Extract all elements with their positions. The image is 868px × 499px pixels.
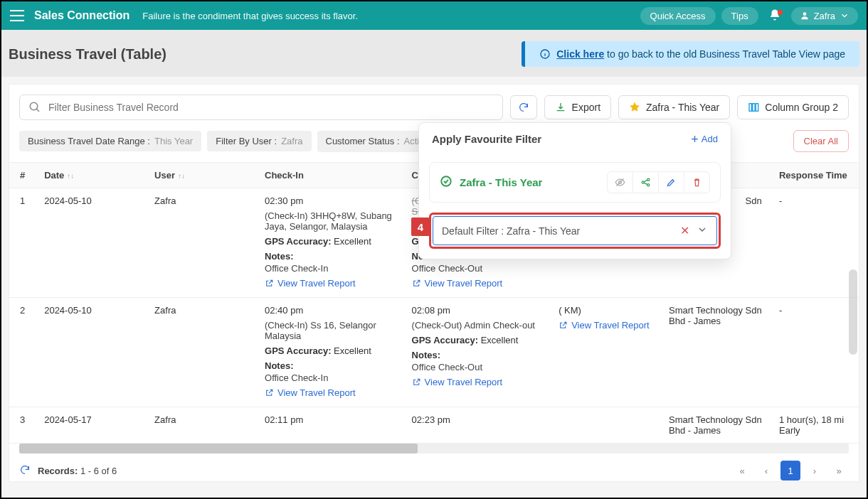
- chevron-down-icon[interactable]: [697, 224, 708, 237]
- footer-refresh-button[interactable]: [19, 464, 31, 478]
- svg-point-0: [803, 12, 806, 16]
- default-filter-select[interactable]: Default Filter : Zafra - This Year ✕: [433, 216, 717, 245]
- page-current[interactable]: 1: [780, 461, 800, 481]
- favourite-name: Zafra - This Year: [460, 176, 542, 188]
- view-travel-report-link[interactable]: View Travel Report: [412, 278, 503, 289]
- col-user[interactable]: User↑↓: [146, 163, 256, 188]
- user-name: Zafra: [814, 11, 835, 21]
- refresh-icon: [19, 464, 31, 476]
- external-link-icon: [412, 279, 421, 288]
- default-filter-label: Default Filter : Zafra - This Year: [442, 225, 580, 237]
- favourite-filter-button[interactable]: Zafra - This Year: [618, 95, 730, 119]
- col-date[interactable]: Date↑↓: [36, 163, 146, 188]
- favourite-item[interactable]: Zafra - This Year: [429, 162, 721, 203]
- notification-badge: [778, 10, 783, 15]
- notice-text: to go back to the old Business Travel Ta…: [604, 48, 845, 60]
- chip-filter-user[interactable]: Filter By User : Zafra: [207, 131, 311, 151]
- page-title: Business Travel (Table): [9, 46, 166, 63]
- tips-button[interactable]: Tips: [721, 7, 758, 25]
- search-icon: [28, 101, 41, 114]
- records-range: 1 - 6 of 6: [80, 466, 117, 476]
- table-footer: Records: 1 - 6 of 6 « ‹ 1 › »: [9, 454, 859, 488]
- col-checkin[interactable]: Check-In: [256, 163, 403, 188]
- user-menu[interactable]: Zafra: [791, 7, 858, 25]
- visibility-off-icon[interactable]: [608, 172, 633, 193]
- col-index[interactable]: #: [9, 163, 36, 188]
- page-next[interactable]: ›: [805, 461, 825, 481]
- col-response[interactable]: Response Time: [771, 163, 859, 188]
- svg-line-16: [644, 183, 647, 185]
- page-last[interactable]: »: [829, 461, 849, 481]
- edit-icon[interactable]: [658, 172, 684, 193]
- sort-icon: ↑↓: [67, 172, 74, 180]
- svg-rect-7: [753, 104, 755, 112]
- external-link-icon: [265, 388, 274, 397]
- search-box[interactable]: [19, 95, 503, 120]
- clear-all-button[interactable]: Clear All: [793, 130, 849, 152]
- chip-date-range[interactable]: Business Travel Date Range : This Year: [19, 131, 201, 151]
- notifications-icon[interactable]: [764, 9, 785, 23]
- favourite-filter-popup: Apply Favourite Filter + Add Zafra - Thi…: [418, 122, 731, 259]
- info-icon: [539, 48, 551, 60]
- external-link-icon: [559, 321, 568, 330]
- hamburger-icon[interactable]: [10, 10, 24, 21]
- records-label: Records:: [38, 466, 78, 476]
- view-travel-report-link[interactable]: View Travel Report: [412, 377, 503, 387]
- callout-badge: 4: [411, 218, 430, 236]
- add-favourite-button[interactable]: + Add: [691, 134, 718, 144]
- topbar: Sales Connection Failure is the condimen…: [1, 1, 867, 30]
- chevron-down-icon: [840, 11, 850, 21]
- view-travel-report-link[interactable]: View Travel Report: [559, 320, 650, 331]
- check-circle-icon: [440, 175, 452, 190]
- plus-icon: +: [691, 134, 699, 144]
- table-row: 2 2024-05-10 Zafra 02:40 pm (Check-In) S…: [9, 298, 859, 407]
- notice-banner: Click here to go back to the old Busines…: [522, 41, 859, 67]
- refresh-button[interactable]: [510, 95, 537, 119]
- tagline: Failure is the condiment that gives succ…: [142, 11, 358, 21]
- svg-line-5: [36, 109, 39, 112]
- external-link-icon: [265, 279, 274, 288]
- export-label: Export: [572, 102, 600, 113]
- export-button[interactable]: Export: [544, 95, 611, 119]
- svg-rect-6: [749, 104, 751, 112]
- svg-line-15: [644, 180, 647, 182]
- sort-icon: ↑↓: [178, 172, 185, 180]
- scrollbar-thumb[interactable]: [19, 444, 418, 454]
- external-link-icon: [412, 377, 421, 387]
- delete-icon[interactable]: [684, 172, 709, 193]
- vertical-scrollbar[interactable]: [849, 269, 857, 355]
- favourite-actions: [607, 171, 710, 193]
- search-input[interactable]: [48, 102, 494, 113]
- notice-link[interactable]: Click here: [556, 48, 604, 60]
- page-first[interactable]: «: [732, 461, 752, 481]
- columns-icon: [748, 102, 759, 113]
- refresh-icon: [518, 102, 529, 113]
- favourite-label: Zafra - This Year: [646, 102, 719, 113]
- svg-point-4: [30, 102, 38, 110]
- column-group-label: Column Group 2: [765, 102, 838, 113]
- column-group-button[interactable]: Column Group 2: [737, 95, 849, 119]
- brand-name: Sales Connection: [34, 9, 129, 22]
- download-icon: [555, 102, 566, 113]
- svg-rect-8: [756, 104, 758, 112]
- view-travel-report-link[interactable]: View Travel Report: [265, 278, 356, 289]
- popup-title: Apply Favourite Filter: [432, 133, 541, 145]
- table-row: 3 2024-05-17 Zafra 02:11 pm 02:23 pm Sma…: [9, 407, 859, 444]
- pagination: « ‹ 1 › »: [732, 461, 849, 481]
- horizontal-scrollbar[interactable]: [19, 444, 849, 454]
- view-travel-report-link[interactable]: View Travel Report: [265, 387, 356, 398]
- default-filter-row: 4 Default Filter : Zafra - This Year ✕: [429, 213, 721, 249]
- quick-access-button[interactable]: Quick Access: [640, 7, 716, 25]
- share-icon[interactable]: [633, 172, 658, 193]
- star-icon: [629, 102, 640, 113]
- page-prev[interactable]: ‹: [756, 461, 776, 481]
- clear-default-icon[interactable]: ✕: [680, 224, 689, 237]
- titlebar: Business Travel (Table) Click here to go…: [1, 30, 867, 77]
